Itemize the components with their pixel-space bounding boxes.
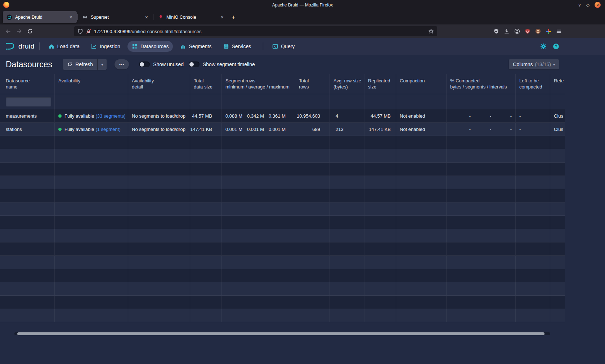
settings-gear-icon[interactable]: [540, 43, 547, 50]
empty-cell: [550, 216, 565, 229]
nav-item-segments[interactable]: Segments: [176, 41, 216, 52]
empty-cell: [55, 282, 128, 295]
tab-title: MinIO Console: [166, 15, 217, 20]
ublock-icon[interactable]: [525, 28, 530, 34]
bookmark-star-icon[interactable]: [428, 28, 434, 34]
nav-item-query[interactable]: Query: [268, 41, 299, 52]
column-header-total-rows[interactable]: Totalrows: [295, 74, 330, 94]
pinwheel-extension-icon[interactable]: [546, 28, 551, 34]
pct-compacted-value: -: [450, 113, 471, 119]
empty-cell: [516, 136, 550, 149]
url-text[interactable]: 172.18.0.4:30899/unified-console.html#da…: [94, 29, 426, 34]
filter-cell-1: [0, 94, 55, 109]
table-row-empty: [0, 242, 565, 256]
downloads-icon[interactable]: [504, 28, 510, 34]
nav-item-datasources[interactable]: Datasources: [127, 41, 173, 52]
browser-tab-apache-druid[interactable]: Apache Druid×: [3, 11, 77, 23]
new-tab-button[interactable]: +: [228, 12, 239, 23]
window-maximize-icon[interactable]: ◇: [586, 3, 590, 8]
empty-cell: [128, 229, 190, 242]
toggle-track[interactable]: [139, 62, 150, 67]
empty-cell: [364, 229, 396, 242]
nav-item-load-data[interactable]: Load data: [44, 41, 84, 52]
nav-item-ingestion[interactable]: Ingestion: [87, 41, 125, 52]
column-header-datasource-name[interactable]: Datasourcename: [0, 74, 55, 94]
toggle-track[interactable]: [189, 62, 200, 67]
refresh-dropdown-button[interactable]: ▾: [97, 59, 107, 70]
forward-button[interactable]: [14, 26, 24, 37]
filter-cell-12: [550, 94, 565, 109]
table-row-stations[interactable]: stationsFully available(1 segment)No seg…: [0, 123, 565, 136]
nav-separator: [263, 42, 263, 50]
browser-tab-minio-console[interactable]: MinIO Console×: [154, 11, 228, 23]
empty-cell: [330, 136, 364, 149]
segments-link[interactable]: (1 segment): [95, 127, 120, 132]
window-close-icon[interactable]: ×: [595, 2, 601, 8]
header-line1: Total: [299, 78, 326, 84]
more-actions-button[interactable]: •••: [115, 59, 129, 69]
column-header-compaction[interactable]: Compaction: [396, 74, 447, 94]
cell-pct-compacted: ---: [447, 123, 516, 136]
refresh-icon: [67, 62, 72, 67]
url-bar[interactable]: 172.18.0.4:30899/unified-console.html#da…: [74, 26, 437, 36]
toggle-show-segment-timeline[interactable]: Show segment timeline: [189, 62, 255, 67]
column-header--compacted-bytes-segments-intervals[interactable]: % Compactedbytes / segments / intervals: [447, 74, 516, 94]
browser-tab-superset[interactable]: Superset×: [79, 11, 152, 23]
pct-compacted-value: -: [491, 113, 512, 119]
extension-shield-icon[interactable]: [493, 28, 499, 34]
empty-cell: [516, 309, 550, 322]
account-icon[interactable]: [514, 28, 520, 34]
tab-close-icon[interactable]: ×: [144, 14, 149, 20]
filter-cell-2: [55, 94, 128, 109]
refresh-button[interactable]: Refresh: [63, 59, 97, 70]
insecure-connection-icon[interactable]: [86, 28, 91, 34]
empty-cell: [330, 163, 364, 176]
segments-link[interactable]: (33 segments): [95, 113, 125, 119]
druid-brand[interactable]: druid: [5, 42, 35, 51]
tab-close-icon[interactable]: ×: [220, 14, 224, 20]
column-header-avg-row-size-bytes-[interactable]: Avg. row size(bytes): [330, 74, 364, 94]
toggle-show-unused[interactable]: Show unused: [139, 62, 184, 67]
empty-cell: [295, 203, 330, 215]
tab-close-icon[interactable]: ×: [69, 14, 73, 20]
header-line2: size: [368, 84, 392, 90]
table-row-empty: [0, 256, 565, 269]
empty-cell: [222, 296, 295, 309]
empty-cell: [222, 189, 295, 202]
segment-rows-value: 0.342 M: [247, 113, 269, 119]
horizontal-scrollbar-thumb[interactable]: [17, 332, 544, 335]
page-title: Datasources: [6, 60, 52, 69]
cell-total-rows: 10,954,603: [295, 109, 330, 122]
column-header-left-to-be-compacted[interactable]: Left to becompacted: [516, 74, 550, 94]
empty-cell: [55, 136, 128, 149]
empty-cell: [550, 176, 565, 189]
header-line1: Datasource: [6, 78, 51, 84]
column-header-replicated-size[interactable]: Replicatedsize: [364, 74, 396, 94]
empty-cell: [190, 216, 222, 229]
table-row-empty: [0, 229, 565, 242]
empty-cell: [0, 149, 55, 162]
filter-cell-6: [295, 94, 330, 109]
empty-cell: [0, 242, 55, 255]
column-header-rete[interactable]: Rete: [550, 74, 565, 94]
empty-cell: [550, 269, 565, 282]
back-button[interactable]: [3, 26, 14, 37]
column-header-total-data-size[interactable]: Totaldata size: [190, 74, 222, 94]
menu-icon[interactable]: [556, 28, 562, 34]
window-minimize-icon[interactable]: ∨: [578, 3, 581, 8]
empty-cell: [447, 163, 516, 176]
cell-replicated-size: 147.41 KB: [364, 123, 396, 136]
column-header-availability-detail[interactable]: Availabilitydetail: [128, 74, 190, 94]
nav-item-services[interactable]: Services: [219, 41, 256, 52]
column-header-segment-rows-minimum-average-maximum[interactable]: Segment rowsminimum / average / maximum: [222, 74, 295, 94]
profile-avatar-icon[interactable]: [535, 28, 541, 34]
tracking-shield-icon[interactable]: [77, 28, 83, 34]
reload-button[interactable]: [24, 26, 35, 37]
columns-button[interactable]: Columns (13/15) ▾: [509, 59, 559, 69]
datasource-name-filter-input[interactable]: [6, 97, 51, 106]
table-row-measurements[interactable]: measurementsFully available(33 segments)…: [0, 109, 565, 123]
empty-cell: [190, 229, 222, 242]
empty-cell: [396, 216, 447, 229]
column-header-availability[interactable]: Availability: [55, 74, 128, 94]
help-icon[interactable]: [553, 43, 559, 50]
